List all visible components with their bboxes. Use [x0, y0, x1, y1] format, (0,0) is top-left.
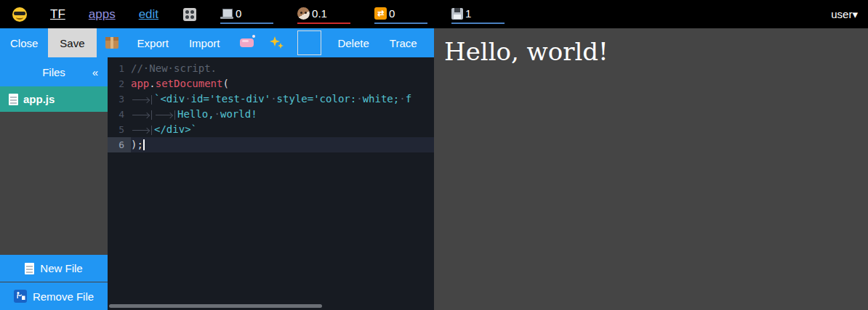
files-header: Files « — [0, 57, 108, 86]
floppy-disk-icon — [451, 8, 463, 20]
new-file-label: New File — [40, 262, 82, 274]
horizontal-scrollbar[interactable] — [109, 304, 322, 308]
code-text: `<div·id='test-div'·style='color:·white;… — [131, 91, 434, 107]
control-knobs-icon[interactable] — [183, 8, 196, 21]
sidebar-spacer — [0, 112, 108, 255]
user-menu[interactable]: user▾ — [831, 8, 858, 21]
editor-toolbar: Close Save Export Import Delete Trace — [0, 28, 434, 57]
files-header-label: Files — [42, 66, 65, 78]
code-token: · — [399, 93, 405, 105]
hamster-stat-field[interactable]: 0.1 — [297, 5, 350, 24]
code-token: world! — [220, 108, 257, 120]
cpu-stat-field[interactable]: 0 — [220, 5, 273, 24]
code-token: f — [406, 93, 411, 105]
code-token: setDocument — [156, 78, 223, 89]
soap-icon[interactable] — [240, 38, 254, 47]
code-token: New — [149, 62, 167, 74]
line-number: 6 — [108, 137, 131, 152]
tab-arrow-icon — [131, 95, 152, 105]
line-number: 4 — [108, 107, 131, 122]
code-token: // — [131, 62, 143, 74]
code-token: · — [214, 108, 220, 120]
line-number: 1 — [108, 61, 131, 76]
import-button[interactable]: Import — [179, 37, 230, 49]
code-token: `<div — [154, 93, 185, 105]
hello-world-text: Hello, world! — [434, 28, 868, 75]
code-editor[interactable]: 1//·New·script.2app.setDocument(3`<div·i… — [108, 57, 434, 310]
tab-arrow-icon — [154, 110, 175, 120]
code-text: </div>` — [131, 122, 434, 137]
save-stat-value: 1 — [465, 7, 471, 20]
code-token: white; — [363, 93, 400, 105]
litter-bin-icon — [14, 290, 27, 303]
remove-file-label: Remove File — [33, 290, 94, 303]
tab-arrow-icon — [131, 126, 152, 135]
empty-toolbar-button[interactable] — [297, 30, 321, 55]
code-token: · — [185, 93, 190, 105]
package-icon[interactable] — [105, 37, 118, 49]
code-text: app.setDocument( — [131, 76, 434, 91]
code-text: //·New·script. — [131, 61, 434, 76]
code-line[interactable]: 5</div>` — [108, 122, 434, 137]
trace-button[interactable]: Trace — [379, 37, 427, 49]
code-token: </div>` — [154, 123, 197, 135]
remove-file-button[interactable]: Remove File — [0, 282, 108, 310]
code-text: Hello,·world! — [131, 107, 434, 122]
file-item-label: app.js — [23, 93, 55, 105]
apps-link[interactable]: apps — [89, 7, 116, 22]
new-file-button[interactable]: New File — [0, 255, 108, 282]
edit-link[interactable]: edit — [139, 7, 158, 22]
line-number: 5 — [108, 122, 131, 137]
files-sidebar: Files « app.js New File Remove File — [0, 57, 108, 310]
document-icon — [9, 94, 18, 105]
collapse-sidebar-button[interactable]: « — [92, 66, 98, 78]
sync-icon: ⇄ — [374, 7, 387, 20]
code-token: . — [149, 78, 155, 89]
code-token: style='color: — [277, 93, 357, 105]
code-line[interactable]: 3`<div·id='test-div'·style='color:·white… — [108, 91, 434, 107]
code-token: id='test-div' — [191, 93, 271, 105]
code-token: · — [270, 93, 276, 105]
code-token: ( — [222, 78, 228, 89]
code-token: app — [131, 78, 149, 89]
code-line[interactable]: 4Hello,·world! — [108, 107, 434, 122]
delete-button[interactable]: Delete — [327, 37, 379, 49]
save-button[interactable]: Save — [48, 28, 96, 57]
export-button[interactable]: Export — [127, 37, 179, 49]
line-number: 2 — [108, 76, 131, 91]
top-bar: TF apps edit 0 0.1 ⇄ 0 1 user▾ — [0, 0, 868, 28]
code-token: ); — [131, 139, 143, 150]
new-file-icon — [25, 263, 34, 274]
text-cursor — [143, 139, 145, 150]
code-token: · — [356, 93, 362, 105]
laptop-icon — [220, 9, 233, 19]
cpu-stat-value: 0 — [236, 7, 241, 20]
document-preview-pane: Hello, world! — [434, 28, 868, 310]
code-text: ); — [131, 137, 434, 152]
sunglasses-face-icon[interactable] — [12, 7, 27, 22]
save-stat-field[interactable]: 1 — [451, 5, 505, 24]
app-window: TF apps edit 0 0.1 ⇄ 0 1 user▾ Close Sav… — [0, 0, 868, 310]
code-token: · — [168, 62, 174, 74]
sparkles-icon[interactable] — [270, 36, 284, 50]
hamster-stat-value: 0.1 — [312, 7, 327, 20]
code-line[interactable]: 6); — [108, 137, 434, 152]
hamster-icon — [297, 7, 310, 20]
code-line[interactable]: 1//·New·script. — [108, 61, 434, 76]
tf-link[interactable]: TF — [50, 7, 65, 22]
line-number: 3 — [108, 91, 131, 107]
file-item-appjs[interactable]: app.js — [0, 86, 108, 112]
code-lines: 1//·New·script.2app.setDocument(3`<div·i… — [108, 57, 434, 152]
code-token: script. — [174, 62, 217, 74]
code-token: Hello, — [177, 108, 214, 120]
tab-arrow-icon — [131, 110, 152, 120]
close-button[interactable]: Close — [0, 37, 48, 49]
sync-stat-field[interactable]: ⇄ 0 — [374, 5, 427, 24]
sync-stat-value: 0 — [389, 7, 395, 20]
code-line[interactable]: 2app.setDocument( — [108, 76, 434, 91]
